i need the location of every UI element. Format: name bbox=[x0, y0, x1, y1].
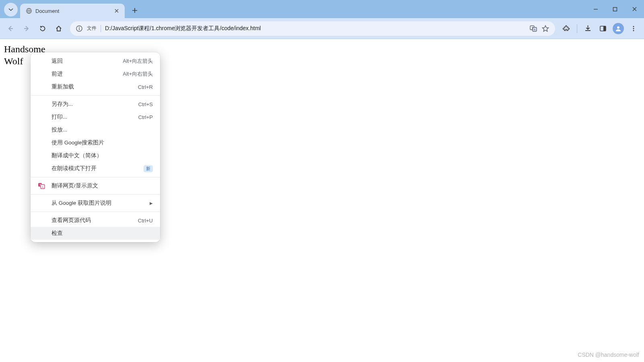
menu-divider bbox=[31, 95, 160, 96]
svg-point-17 bbox=[633, 30, 634, 31]
profile-button[interactable] bbox=[611, 21, 625, 36]
menu-item-translate-page[interactable]: 文A 翻译网页/显示原文 bbox=[31, 179, 160, 192]
menu-label: 从 Google 获取图片说明 bbox=[51, 200, 150, 207]
menu-divider bbox=[31, 194, 160, 195]
menu-label: 使用 Google搜索图片 bbox=[51, 139, 153, 146]
svg-rect-4 bbox=[613, 7, 617, 11]
bookmark-button[interactable] bbox=[541, 25, 549, 33]
menu-item-translate-to-chinese[interactable]: 翻译成中文（简体） bbox=[31, 149, 160, 162]
avatar-icon bbox=[613, 23, 624, 34]
maximize-button[interactable] bbox=[605, 0, 625, 18]
menu-label: 翻译网页/显示原文 bbox=[51, 182, 153, 189]
close-icon bbox=[632, 6, 637, 12]
kebab-icon bbox=[630, 25, 637, 32]
svg-text:A: A bbox=[42, 186, 43, 188]
downloads-button[interactable] bbox=[580, 21, 595, 36]
menu-label: 返回 bbox=[51, 58, 123, 65]
watermark: CSDN @handsome-wolf bbox=[578, 352, 639, 358]
download-icon bbox=[584, 25, 592, 32]
puzzle-icon bbox=[563, 25, 570, 32]
svg-point-6 bbox=[79, 27, 80, 27]
menu-shortcut: Ctrl+R bbox=[138, 84, 153, 90]
maximize-icon bbox=[613, 7, 617, 12]
home-icon bbox=[55, 25, 62, 32]
browser-tab[interactable]: Document bbox=[20, 4, 125, 18]
close-window-button[interactable] bbox=[625, 0, 644, 18]
menu-shortcut: Alt+向左箭头 bbox=[123, 58, 153, 65]
translate-icon[interactable]: 文A bbox=[529, 25, 537, 33]
menu-item-forward[interactable]: 前进Alt+向右箭头 bbox=[31, 68, 160, 80]
reload-icon bbox=[39, 25, 46, 32]
menu-label: 在朗读模式下打开 bbox=[51, 165, 140, 172]
address-bar[interactable]: 文件 D:/JavaScript课程/1.chrome浏览器开发者工具/code… bbox=[70, 21, 555, 36]
menu-button[interactable] bbox=[626, 21, 641, 36]
menu-divider bbox=[31, 212, 160, 212]
new-tab-button[interactable] bbox=[129, 4, 141, 16]
menu-label: 重新加载 bbox=[51, 83, 138, 90]
toolbar-right bbox=[559, 21, 641, 36]
menu-label: 另存为... bbox=[51, 101, 138, 108]
minimize-button[interactable] bbox=[586, 0, 605, 18]
menu-item-reload[interactable]: 重新加载Ctrl+R bbox=[31, 80, 160, 93]
svg-point-15 bbox=[633, 26, 634, 27]
menu-item-print[interactable]: 打印...Ctrl+P bbox=[31, 111, 160, 123]
panel-icon bbox=[599, 25, 607, 32]
svg-text:A: A bbox=[534, 28, 536, 31]
toolbar: 文件 D:/JavaScript课程/1.chrome浏览器开发者工具/code… bbox=[0, 18, 644, 39]
svg-rect-13 bbox=[603, 26, 606, 31]
tab-close-button[interactable] bbox=[113, 8, 121, 13]
back-button[interactable] bbox=[3, 21, 18, 36]
menu-item-search-image[interactable]: 使用 Google搜索图片 bbox=[31, 136, 160, 149]
menu-label: 前进 bbox=[51, 70, 123, 78]
menu-item-reader-mode[interactable]: 在朗读模式下打开新 bbox=[31, 162, 160, 175]
globe-icon bbox=[26, 8, 32, 14]
window-controls bbox=[586, 0, 644, 18]
menu-item-save-as[interactable]: 另存为...Ctrl+S bbox=[31, 98, 160, 111]
svg-point-14 bbox=[617, 26, 619, 29]
chevron-down-icon bbox=[8, 7, 13, 12]
forward-button[interactable] bbox=[19, 21, 34, 36]
menu-label: 打印... bbox=[51, 113, 138, 121]
url-scheme-label: 文件 bbox=[87, 25, 97, 32]
context-menu: 返回Alt+向左箭头 前进Alt+向右箭头 重新加载Ctrl+R 另存为...C… bbox=[31, 52, 160, 242]
side-panel-button[interactable] bbox=[596, 21, 610, 36]
url-text: D:/JavaScript课程/1.chrome浏览器开发者工具/code/in… bbox=[105, 25, 525, 32]
menu-label: 查看网页源代码 bbox=[51, 217, 138, 224]
menu-item-back[interactable]: 返回Alt+向左箭头 bbox=[31, 55, 160, 68]
translate-icon: 文A bbox=[37, 181, 46, 190]
arrow-left-icon bbox=[7, 25, 14, 32]
site-info-icon[interactable] bbox=[76, 25, 83, 32]
menu-shortcut: Alt+向右箭头 bbox=[123, 70, 153, 78]
menu-divider bbox=[31, 177, 160, 177]
menu-shortcut: Ctrl+U bbox=[138, 218, 153, 224]
new-badge: 新 bbox=[144, 165, 153, 172]
close-icon bbox=[114, 8, 119, 13]
menu-item-cast[interactable]: 投放... bbox=[31, 123, 160, 136]
plus-icon bbox=[132, 8, 138, 13]
arrow-right-icon bbox=[23, 25, 30, 32]
menu-label: 投放... bbox=[51, 126, 153, 134]
home-button[interactable] bbox=[51, 21, 66, 36]
svg-point-16 bbox=[633, 28, 634, 29]
submenu-arrow-icon: ▸ bbox=[150, 200, 153, 207]
menu-item-view-source[interactable]: 查看网页源代码Ctrl+U bbox=[31, 214, 160, 227]
tab-title: Document bbox=[35, 8, 59, 14]
menu-label: 翻译成中文（简体） bbox=[51, 152, 153, 159]
star-icon bbox=[541, 25, 549, 33]
menu-item-inspect[interactable]: 检查 bbox=[31, 227, 160, 240]
tab-search-button[interactable] bbox=[4, 3, 18, 16]
svg-text:文: 文 bbox=[39, 183, 42, 186]
svg-rect-7 bbox=[79, 28, 80, 30]
menu-shortcut: Ctrl+P bbox=[138, 114, 153, 120]
toolbar-separator bbox=[577, 24, 577, 33]
titlebar: Document bbox=[0, 0, 644, 18]
reload-button[interactable] bbox=[35, 21, 50, 36]
minimize-icon bbox=[593, 7, 598, 12]
menu-item-image-description[interactable]: 从 Google 获取图片说明▸ bbox=[31, 197, 160, 210]
extensions-button[interactable] bbox=[559, 21, 574, 36]
menu-shortcut: Ctrl+S bbox=[138, 101, 153, 107]
menu-label: 检查 bbox=[51, 230, 153, 237]
omnibox-separator bbox=[101, 25, 101, 32]
